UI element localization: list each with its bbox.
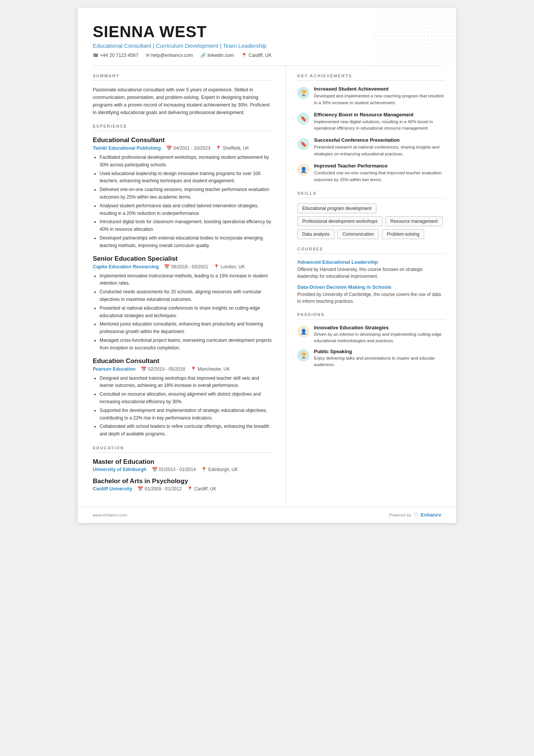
skill-tag-4: Data analysis [297,229,334,239]
cal-edu-icon-1: 📅 [152,467,158,472]
achievement-content-3: Successful Conference Presentation Prese… [314,137,445,158]
edu-dates-2: 📅 01/2009 - 01/2012 [137,486,181,491]
powered-by-text: Powered by [389,513,411,517]
passion-icon-1: 👤 [297,326,309,338]
company-name-3: Pearson Education [93,366,136,372]
ach-desc-1: Developed and implemented a new coaching… [314,93,445,106]
heart-icon: ♡ [414,512,418,518]
pin-icon-1: 📍 [215,146,221,151]
ach-desc-2: Implemented new digital solutions, resul… [314,119,445,132]
achievement-icon-3: 🔖 [297,138,309,150]
passion-content-1: Innovative Education Strategies Driven b… [314,325,445,344]
right-column: KEY ACHIEVEMENTS 🏆 Increased Student Ach… [286,66,456,507]
passion-item-2: 🏆 Public Speaking Enjoy delivering talks… [297,349,445,368]
linkedin-url: linkedin.com [208,53,234,58]
contact-line: ☎ +44 20 7123 4567 ✉ help@enhancv.com 🔗 … [93,53,441,58]
candidate-title: Educational Consultant | Curriculum Deve… [93,42,441,49]
achievement-content-2: Efficiency Boost in Resource Management … [314,112,445,132]
passion-item-1: 👤 Innovative Education Strategies Driven… [297,325,445,344]
passions-section-title: PASSIONS [297,312,445,319]
job-meta-1: Twinkl Educational Publishing 📅 04/2021 … [93,146,274,151]
edu-institution-1: University of Edinburgh [93,467,147,472]
course-title-1: Advanced Educational Leadership [297,259,445,265]
skill-tag-1: Educational program development [297,203,376,213]
contact-linkedin: 🔗 linkedin.com [200,53,234,58]
skill-tag-6: Problem-solving [382,229,424,239]
phone-icon: ☎ [93,53,98,58]
job-entry-2: Senior Education Specialist Capita Educa… [93,255,274,352]
achievement-item-3: 🔖 Successful Conference Presentation Pre… [297,137,445,158]
experience-section-title: EXPERIENCE [93,124,274,131]
edu-degree-1: Master of Education [93,458,274,466]
job-title-2: Senior Education Specialist [93,255,274,263]
passion-title-1: Innovative Education Strategies [314,325,445,330]
job-meta-2: Capita Education Resourcing 📅 06/2018 - … [93,264,274,269]
job-entry-1: Educational Consultant Twinkl Educationa… [93,136,274,250]
edu-dates-1: 📅 01/2013 - 01/2014 [152,467,196,472]
skills-grid: Educational program development Professi… [297,203,445,239]
course-item-2: Data-Driven Decision Making in Schools P… [297,284,445,305]
achievement-content-1: Increased Student Achievement Developed … [314,86,445,106]
email-icon: ✉ [146,53,150,58]
cal-edu-icon-2: 📅 [137,486,143,491]
course-item-1: Advanced Educational Leadership Offered … [297,259,445,280]
job-dates-3: 📅 02/2015 - 05/2018 [141,366,185,372]
contact-location: 📍 Cardiff, UK [241,53,272,58]
bullet-3-4: Collaborated with school leaders to refi… [100,423,274,438]
email-address: help@enhancv.com [151,53,193,58]
bullet-1-4: Analysed student performance data and cr… [100,202,274,218]
achievement-icon-2: 🔖 [297,113,309,125]
pin-edu-icon-2: 📍 [187,486,193,491]
bullet-2-3: Presented at national educational confer… [100,305,274,320]
header-section: SIENNA WEST Educational Consultant | Cur… [78,8,456,66]
courses-section-title: COURSES [297,247,445,254]
ach-desc-4: Conducted one-on-one coaching that impro… [314,170,445,183]
course-title-2: Data-Driven Decision Making in Schools [297,284,445,290]
bullet-2-5: Managed cross-functional project teams, … [100,337,274,352]
job-bullets-3: Designed and launched training workshops… [93,375,274,438]
job-location-3: 📍 Manchester, UK [190,366,230,372]
ach-title-1: Increased Student Achievement [314,86,445,92]
calendar-icon-3: 📅 [141,366,147,372]
pin-icon-2: 📍 [214,264,219,269]
ach-title-4: Improved Teacher Performance [314,163,445,169]
footer-section: www.enhancv.com Powered by ♡ Enhancv [78,507,456,523]
course-desc-2: Provided by University of Cambridge, the… [297,291,445,305]
edu-entry-1: Master of Education University of Edinbu… [93,458,274,472]
passion-icon-2: 🏆 [297,349,309,362]
achievement-item-2: 🔖 Efficiency Boost in Resource Managemen… [297,112,445,132]
edu-degree-2: Bachelor of Arts in Psychology [93,477,274,485]
bullet-3-3: Supported the development and implementa… [100,407,274,422]
resume-container: SIENNA WEST Educational Consultant | Cur… [78,8,456,523]
passion-content-2: Public Speaking Enjoy delivering talks a… [314,349,445,368]
link-icon: 🔗 [200,53,206,58]
edu-location-1: 📍 Edinburgh, UK [201,467,238,472]
ach-title-2: Efficiency Boost in Resource Management [314,112,445,117]
company-name-1: Twinkl Educational Publishing [93,146,161,151]
calendar-icon-2: 📅 [164,264,170,269]
job-title-1: Educational Consultant [93,136,274,144]
job-bullets-1: Facilitated professional development wor… [93,154,274,250]
achievement-item-4: 👤 Improved Teacher Performance Conducted… [297,163,445,183]
pin-edu-icon-1: 📍 [201,467,207,472]
job-location-2: 📍 London, UK [214,264,245,269]
edu-meta-2: Cardiff University 📅 01/2009 - 01/2012 📍… [93,486,274,491]
bullet-3-2: Consulted on resource allocation, ensuri… [100,391,274,406]
achievement-item-1: 🏆 Increased Student Achievement Develope… [297,86,445,106]
achievement-icon-4: 👤 [297,164,309,176]
bullet-2-1: Implemented innovative instructional met… [100,272,274,288]
phone-number: +44 20 7123 4567 [100,53,138,58]
bullet-1-3: Delivered one-on-one coaching sessions, … [100,186,274,201]
bullet-2-4: Mentored junior education consultants, e… [100,321,274,336]
candidate-name: SIENNA WEST [93,23,441,41]
job-entry-3: Education Consultant Pearson Education 📅… [93,357,274,438]
bullet-3-1: Designed and launched training workshops… [100,375,274,390]
bullet-1-5: Introduced digital tools for classroom m… [100,218,274,233]
job-title-3: Education Consultant [93,357,274,365]
company-name-2: Capita Education Resourcing [93,264,159,269]
brand-name: Enhancv [421,512,441,518]
passion-desc-2: Enjoy delivering talks and presentations… [314,355,445,368]
job-dates-1: 📅 04/2021 - 10/2023 [166,146,210,151]
location-text: Cardiff, UK [248,53,272,58]
footer-url: www.enhancv.com [93,513,127,517]
